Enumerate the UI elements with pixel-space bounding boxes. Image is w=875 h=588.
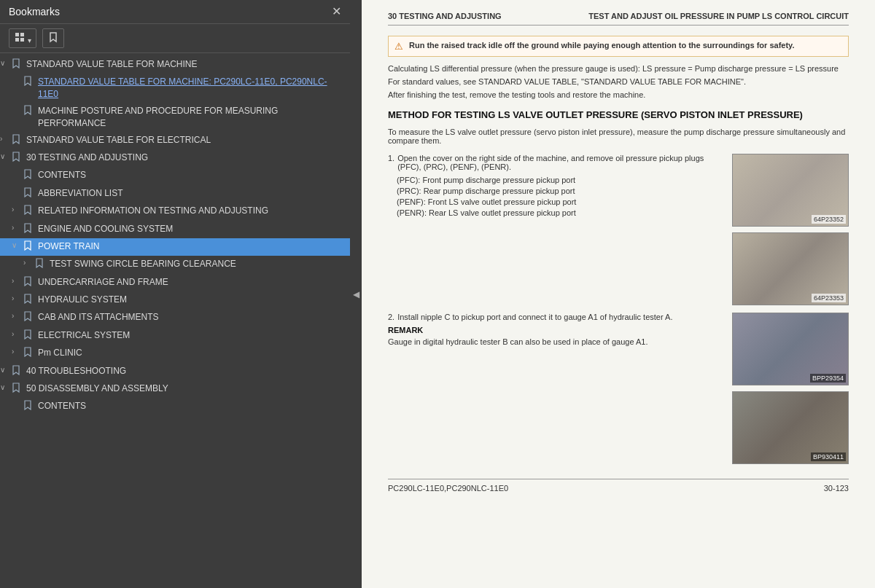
tree-arrow: › — [12, 311, 22, 321]
step1-list-item: (PENF): Front LS valve outlet pressure p… — [388, 197, 723, 206]
tree-item-label: 40 TROUBLESHOOTING — [26, 365, 344, 377]
warning-icon: ⚠ — [394, 41, 403, 52]
tree-arrow: › — [12, 347, 22, 357]
tree-item-label: ENGINE AND COOLING SYSTEM — [38, 223, 344, 235]
bookmark-add-button[interactable] — [42, 28, 64, 48]
bookmark-icon — [23, 223, 35, 236]
tree-item-std-val-machine-link[interactable]: STANDARD VALUE TABLE FOR MACHINE: PC290L… — [0, 74, 350, 103]
step2-container: 2. Install nipple C to pickup port and c… — [388, 313, 849, 464]
bookmark-icon — [23, 76, 35, 89]
bookmarks-header: Bookmarks ✕ — [0, 0, 350, 24]
step1-list-item: (PENR): Rear LS valve outlet pressure pi… — [388, 208, 723, 217]
tree-item-40-troubleshoot[interactable]: ∨40 TROUBLESHOOTING — [0, 363, 350, 380]
step1-number: 1. — [388, 154, 394, 171]
bookmark-icon — [12, 383, 23, 396]
para3: After finishing the test, remove the tes… — [388, 90, 849, 99]
step1-items: (PFC): Front pump discharge pressure pic… — [388, 176, 723, 217]
warning-text: Run the raised track idle off the ground… — [409, 41, 794, 52]
image1-caption: 64P23352 — [812, 215, 846, 224]
doc-header-right: TEST AND ADJUST OIL PRESSURE IN PUMP LS … — [588, 12, 849, 20]
tree-item-label: STANDARD VALUE TABLE FOR MACHINE — [26, 58, 344, 71]
tree-arrow: › — [12, 329, 22, 340]
tree-item-label: 50 DISASSEMBLY AND ASSEMBLY — [26, 383, 344, 395]
tree-item-label: Pm CLINIC — [38, 347, 344, 359]
image4-caption: BP930411 — [811, 452, 846, 461]
footer-left: PC290LC-11E0,PC290NLC-11E0 — [388, 484, 508, 493]
tree-item-std-val-machine[interactable]: ∨STANDARD VALUE TABLE FOR MACHINE — [0, 56, 350, 74]
tree-arrow: ∨ — [0, 365, 10, 375]
bookmarks-panel: Bookmarks ✕ ▾ ∨STANDARD VALUE TABLE FOR … — [0, 0, 350, 588]
tree-item-label: STANDARD VALUE TABLE FOR MACHINE: PC290L… — [38, 76, 344, 101]
bookmark-icon — [23, 329, 35, 342]
bookmark-icon — [23, 276, 35, 289]
step1-container: 1. Open the cover on the right side of t… — [388, 154, 849, 305]
tree-item-test-swing[interactable]: ›TEST SWING CIRCLE BEARING CLEARANCE — [0, 256, 350, 273]
svg-rect-3 — [20, 38, 24, 42]
tree-item-undercarriage[interactable]: ›UNDERCARRIAGE AND FRAME — [0, 274, 350, 291]
para1: Calculating LS differential pressure (wh… — [388, 64, 849, 73]
tree-item-hydraulic[interactable]: ›HYDRAULIC SYSTEM — [0, 291, 350, 309]
bookmark-icon — [23, 311, 35, 324]
bookmarks-title: Bookmarks — [9, 6, 60, 17]
warning-box: ⚠ Run the raised track idle off the grou… — [388, 36, 849, 57]
bookmark-icon — [23, 105, 35, 118]
tree-arrow: › — [23, 258, 34, 268]
bookmark-icon — [23, 347, 35, 360]
tree-item-label: RELATED INFORMATION ON TESTING AND ADJUS… — [38, 205, 344, 217]
tree-arrow: › — [0, 134, 10, 144]
document-panel: 30 TESTING AND ADJUSTING TEST AND ADJUST… — [362, 0, 875, 588]
tree-item-contents-1[interactable]: CONTENTS — [0, 167, 350, 184]
tree-item-label: ABBREVIATION LIST — [38, 187, 344, 200]
image3: BPP29354 — [732, 313, 849, 385]
tree-arrow: ∨ — [12, 240, 22, 251]
svg-rect-1 — [20, 33, 24, 36]
bookmark-icon — [12, 58, 23, 71]
step1-list-item: (PFC): Front pump discharge pressure pic… — [388, 176, 723, 184]
close-button[interactable]: ✕ — [332, 6, 341, 17]
doc-header-left: 30 TESTING AND ADJUSTING — [388, 12, 502, 20]
bookmark-icon — [23, 400, 35, 413]
doc-footer: PC290LC-11E0,PC290NLC-11E0 30-123 — [388, 479, 849, 493]
tree-item-label: CONTENTS — [38, 400, 344, 412]
tree-item-label: TEST SWING CIRCLE BEARING CLEARANCE — [50, 258, 344, 270]
step2-text: Install nipple C to pickup port and conn… — [397, 313, 672, 321]
tree-arrow: ∨ — [0, 152, 10, 162]
tree-item-label: UNDERCARRIAGE AND FRAME — [38, 276, 344, 289]
step1-list-item: (PRC): Rear pump discharge pressure pick… — [388, 187, 723, 195]
step1-header: 1. Open the cover on the right side of t… — [388, 154, 723, 171]
bookmark-icon — [12, 365, 23, 378]
image2-caption: 64P23353 — [812, 294, 846, 302]
bookmark-icon — [12, 134, 23, 147]
tree-arrow: › — [12, 276, 22, 286]
bookmark-icon — [23, 205, 35, 218]
svg-rect-0 — [15, 33, 19, 36]
tree-item-50-disassembly[interactable]: ∨50 DISASSEMBLY AND ASSEMBLY — [0, 380, 350, 398]
tree-item-electrical[interactable]: ›ELECTRICAL SYSTEM — [0, 327, 350, 345]
remark-title: REMARK — [388, 326, 723, 334]
tree-item-label: 30 TESTING AND ADJUSTING — [26, 152, 344, 164]
tree-area: ∨STANDARD VALUE TABLE FOR MACHINESTANDAR… — [0, 53, 350, 588]
tree-item-abbreviation[interactable]: ABBREVIATION LIST — [0, 185, 350, 203]
tree-item-power-train[interactable]: ∨POWER TRAIN — [0, 238, 350, 256]
image1: 64P23352 — [732, 154, 849, 227]
bookmarks-toolbar: ▾ — [0, 24, 350, 53]
tree-item-label: HYDRAULIC SYSTEM — [38, 294, 344, 306]
doc-header: 30 TESTING AND ADJUSTING TEST AND ADJUST… — [388, 12, 849, 26]
tree-item-label: STANDARD VALUE TABLE FOR ELECTRICAL — [26, 134, 344, 146]
step1-text-area: 1. Open the cover on the right side of t… — [388, 154, 723, 305]
tree-item-std-val-electrical[interactable]: ›STANDARD VALUE TABLE FOR ELECTRICAL — [0, 132, 350, 149]
tree-item-30-testing[interactable]: ∨30 TESTING AND ADJUSTING — [0, 149, 350, 167]
tree-item-pm-clinic[interactable]: ›Pm CLINIC — [0, 345, 350, 362]
bookmark-icon — [23, 294, 35, 307]
images34-container: BPP29354 BP930411 — [732, 313, 849, 464]
section-intro: To measure the LS valve outlet pressure … — [388, 128, 849, 145]
tree-item-contents-2[interactable]: CONTENTS — [0, 398, 350, 415]
tree-item-engine-cooling[interactable]: ›ENGINE AND COOLING SYSTEM — [0, 221, 350, 238]
tree-item-related-info[interactable]: ›RELATED INFORMATION ON TESTING AND ADJU… — [0, 203, 350, 220]
step2-number: 2. — [388, 313, 394, 321]
layout-button[interactable]: ▾ — [9, 28, 36, 48]
tree-item-machine-posture[interactable]: MACHINE POSTURE AND PROCEDURE FOR MEASUR… — [0, 103, 350, 132]
panel-collapse-button[interactable]: ◀ — [350, 0, 362, 588]
tree-item-cab[interactable]: ›CAB AND ITS ATTACHMENTS — [0, 309, 350, 326]
tree-arrow: ∨ — [0, 383, 10, 393]
